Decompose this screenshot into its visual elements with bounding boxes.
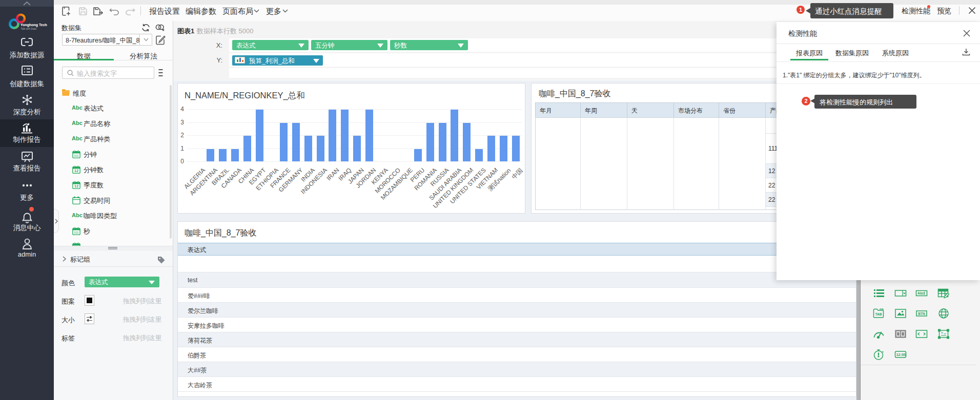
svg-text:T: T bbox=[941, 331, 944, 335]
svg-text:BTN: BTN bbox=[918, 312, 925, 315]
svg-text:12:00: 12:00 bbox=[896, 352, 906, 357]
svg-text:TAB: TAB bbox=[875, 312, 882, 316]
svg-text:12: 12 bbox=[74, 169, 78, 173]
svg-text:Abc: Abc bbox=[917, 291, 924, 295]
svg-text:Yonghong Tech: Yonghong Tech bbox=[21, 23, 47, 27]
svg-text:Talk with Data: Talk with Data bbox=[21, 28, 37, 30]
svg-text:12: 12 bbox=[74, 184, 78, 188]
